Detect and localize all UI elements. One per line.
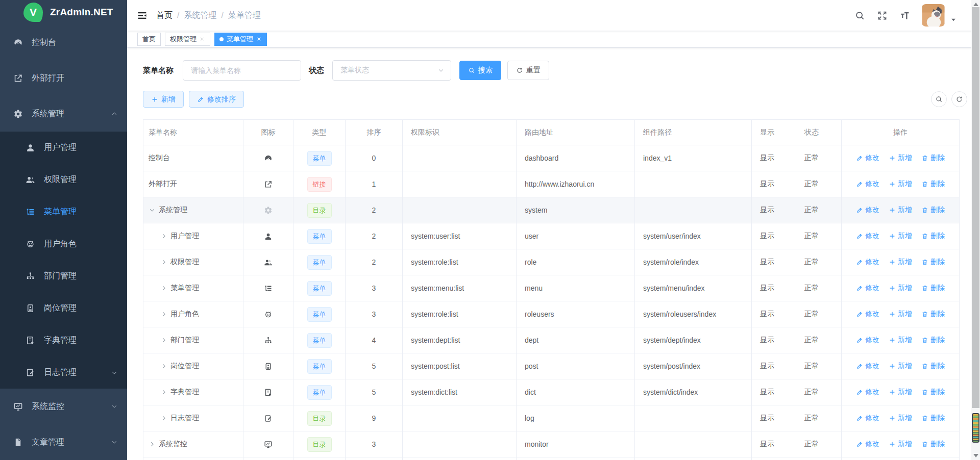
app-logo[interactable]: V ZrAdmin.NET [0, 0, 127, 24]
row-delete-link[interactable]: 删除 [921, 388, 945, 397]
cell-component [635, 197, 752, 223]
sidebar-item-external[interactable]: 外部打开 [0, 60, 127, 96]
row-expand-icon[interactable] [149, 441, 156, 448]
row-edit-link[interactable]: 修改 [856, 440, 879, 449]
row-edit-link[interactable]: 修改 [856, 310, 879, 319]
row-expand-icon[interactable] [160, 389, 167, 396]
search-button[interactable]: 搜索 [459, 61, 501, 80]
scrollbar-thumb[interactable] [972, 7, 979, 408]
table-refresh-button[interactable] [951, 91, 967, 107]
row-delete-link[interactable]: 删除 [921, 362, 945, 371]
status-select[interactable]: 菜单状态 [332, 60, 451, 81]
row-add-link[interactable]: 新增 [889, 232, 912, 241]
tab-close-icon[interactable] [200, 36, 205, 42]
row-expand-icon[interactable] [160, 285, 167, 292]
reset-button[interactable]: 重置 [507, 61, 549, 80]
row-edit-link[interactable]: 修改 [856, 388, 879, 397]
row-edit-link[interactable]: 修改 [856, 414, 879, 423]
row-add-link[interactable]: 新增 [889, 414, 912, 423]
row-edit-link[interactable]: 修改 [856, 206, 879, 215]
sidebar-item-dict[interactable]: 字典管理 [0, 324, 127, 356]
row-delete-link[interactable]: 删除 [921, 284, 945, 293]
row-add-link[interactable]: 新增 [889, 440, 912, 449]
sidebar-collapse-icon[interactable] [137, 10, 148, 21]
row-edit-link[interactable]: 修改 [856, 362, 879, 371]
row-delete-link[interactable]: 删除 [921, 310, 945, 319]
cell-order: 5 [346, 353, 403, 379]
cell-path: user [517, 223, 635, 249]
row-add-link[interactable]: 新增 [889, 388, 912, 397]
sidebar-item-label: 用户角色 [44, 239, 77, 249]
fullscreen-icon[interactable] [877, 10, 888, 21]
sidebar-item-role[interactable]: 权限管理 [0, 164, 127, 196]
menu-name-input[interactable] [183, 60, 301, 81]
tab-close-icon[interactable] [256, 36, 262, 42]
plus-icon [889, 415, 896, 422]
trash-icon [921, 363, 928, 370]
user-avatar[interactable] [921, 4, 945, 27]
row-delete-link[interactable]: 删除 [921, 232, 945, 241]
row-edit-link[interactable]: 修改 [856, 336, 879, 345]
tab-home[interactable]: 首页 [137, 33, 161, 46]
row-add-link[interactable]: 新增 [889, 362, 912, 371]
scrollbar-down-arrow-icon[interactable] [973, 454, 978, 457]
row-edit-link[interactable]: 修改 [856, 154, 879, 163]
sidebar-item-user[interactable]: 用户管理 [0, 132, 127, 164]
monitor-icon [264, 440, 273, 449]
tab-menu[interactable]: 菜单管理 [214, 33, 267, 46]
row-add-link[interactable]: 新增 [889, 258, 912, 267]
row-delete-link[interactable]: 删除 [921, 206, 945, 215]
row-add-link[interactable]: 新增 [889, 180, 912, 189]
row-delete-link[interactable]: 删除 [921, 258, 945, 267]
sidebar-item-article[interactable]: 文章管理 [0, 424, 127, 460]
row-expand-icon[interactable] [160, 311, 167, 318]
cell-status: 正常 [796, 301, 842, 327]
row-add-link[interactable]: 新增 [889, 154, 912, 163]
avatar-caret-icon[interactable] [950, 17, 957, 23]
table-tools [931, 91, 967, 107]
row-edit-link[interactable]: 修改 [856, 180, 879, 189]
row-delete-link[interactable]: 删除 [921, 414, 945, 423]
sidebar-item-log[interactable]: 日志管理 [0, 356, 127, 389]
sidebar-item-dashboard[interactable]: 控制台 [0, 24, 127, 60]
row-edit-link[interactable]: 修改 [856, 232, 879, 241]
sidebar-item-dept[interactable]: 部门管理 [0, 260, 127, 292]
scrollbar-up-arrow-icon[interactable] [973, 3, 978, 6]
add-button[interactable]: 新增 [143, 91, 184, 108]
table-search-button[interactable] [931, 91, 947, 107]
cell-component: system/menu/index [635, 275, 752, 301]
tab-role[interactable]: 权限管理 [165, 33, 210, 46]
row-add-link[interactable]: 新增 [889, 310, 912, 319]
sort-button[interactable]: 修改排序 [189, 91, 244, 108]
sidebar-item-system[interactable]: 系统管理 [0, 96, 127, 132]
sidebar-item-post[interactable]: 岗位管理 [0, 292, 127, 324]
table-row-menu: 菜单管理菜单3system:menu:listmenusystem/menu/i… [143, 275, 960, 301]
row-delete-link[interactable]: 删除 [921, 440, 945, 449]
text-size-icon[interactable] [899, 10, 910, 21]
cell-icon [243, 431, 293, 457]
type-tag: 菜单 [307, 307, 332, 322]
row-expand-icon[interactable] [160, 259, 167, 266]
row-delete-link[interactable]: 删除 [921, 180, 945, 189]
cell-actions: 修改新增删除 [842, 171, 960, 197]
search-icon[interactable] [854, 10, 865, 21]
cell-type: 目录 [293, 431, 346, 457]
row-expand-icon[interactable] [149, 207, 156, 214]
breadcrumb-item[interactable]: 首页 [156, 10, 173, 21]
row-add-link[interactable]: 新增 [889, 206, 912, 215]
row-edit-link[interactable]: 修改 [856, 258, 879, 267]
row-add-link[interactable]: 新增 [889, 284, 912, 293]
row-expand-icon[interactable] [160, 337, 167, 344]
external-link-icon [264, 180, 273, 189]
row-expand-icon[interactable] [160, 233, 167, 240]
sidebar-item-roleusers[interactable]: 用户角色 [0, 228, 127, 260]
row-edit-link[interactable]: 修改 [856, 284, 879, 293]
row-add-link[interactable]: 新增 [889, 336, 912, 345]
row-delete-link[interactable]: 删除 [921, 336, 945, 345]
sidebar-item-menu[interactable]: 菜单管理 [0, 196, 127, 228]
sidebar-item-monitor[interactable]: 系统监控 [0, 389, 127, 424]
row-expand-icon[interactable] [160, 415, 167, 422]
row-delete-link[interactable]: 删除 [921, 154, 945, 163]
row-expand-icon[interactable] [160, 363, 167, 370]
scrollbar[interactable] [971, 0, 980, 460]
